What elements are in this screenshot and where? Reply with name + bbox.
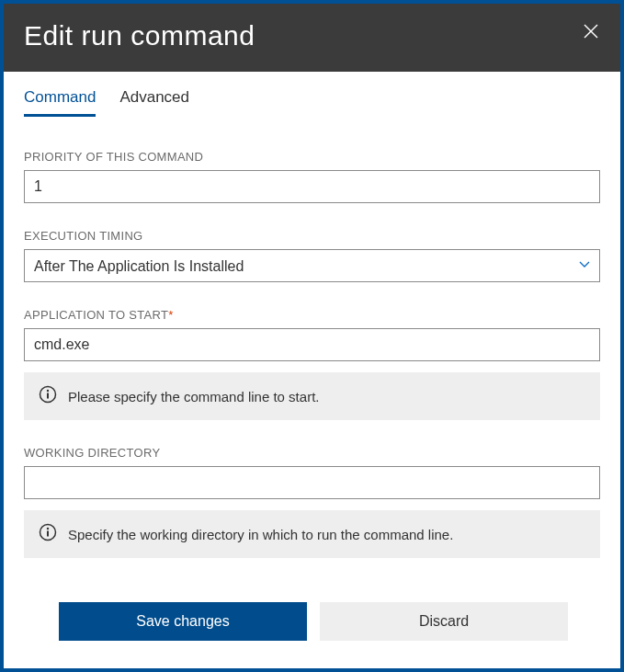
tab-bar: Command Advanced — [4, 72, 620, 117]
timing-field-group: EXECUTION TIMING After The Application I… — [24, 229, 600, 282]
timing-select[interactable]: After The Application Is Installed — [24, 249, 600, 282]
workdir-field-group: WORKING DIRECTORY Specify the working di… — [24, 446, 600, 558]
application-hint-box: Please specify the command line to start… — [24, 372, 600, 420]
tab-advanced[interactable]: Advanced — [119, 88, 189, 117]
info-icon — [39, 523, 57, 545]
dialog-footer: Save changes Discard — [4, 582, 620, 668]
tab-command[interactable]: Command — [24, 88, 96, 117]
save-button[interactable]: Save changes — [59, 602, 307, 641]
info-icon — [39, 385, 57, 407]
workdir-hint-box: Specify the working directory in which t… — [24, 510, 600, 558]
application-field-group: APPLICATION TO START* Please specify the… — [24, 308, 600, 420]
workdir-label: WORKING DIRECTORY — [24, 446, 600, 460]
timing-select-wrap: After The Application Is Installed — [24, 249, 600, 282]
application-label: APPLICATION TO START* — [24, 308, 600, 322]
close-icon — [584, 24, 598, 39]
priority-input[interactable] — [24, 170, 600, 203]
form-content: PRIORITY OF THIS COMMAND EXECUTION TIMIN… — [4, 117, 620, 582]
timing-label: EXECUTION TIMING — [24, 229, 600, 243]
svg-rect-7 — [47, 531, 49, 537]
svg-point-3 — [47, 390, 49, 392]
svg-rect-4 — [47, 393, 49, 399]
workdir-input[interactable] — [24, 466, 600, 499]
required-indicator: * — [168, 308, 173, 322]
discard-button[interactable]: Discard — [320, 602, 568, 641]
application-hint-text: Please specify the command line to start… — [68, 389, 319, 404]
dialog-header: Edit run command — [4, 4, 620, 72]
close-button[interactable] — [584, 20, 600, 42]
priority-field-group: PRIORITY OF THIS COMMAND — [24, 150, 600, 203]
edit-run-command-dialog: Edit run command Command Advanced PRIORI… — [0, 0, 624, 672]
svg-point-6 — [47, 528, 49, 530]
workdir-hint-text: Specify the working directory in which t… — [68, 527, 453, 542]
priority-label: PRIORITY OF THIS COMMAND — [24, 150, 600, 164]
application-input[interactable] — [24, 328, 600, 361]
dialog-title: Edit run command — [24, 20, 255, 51]
